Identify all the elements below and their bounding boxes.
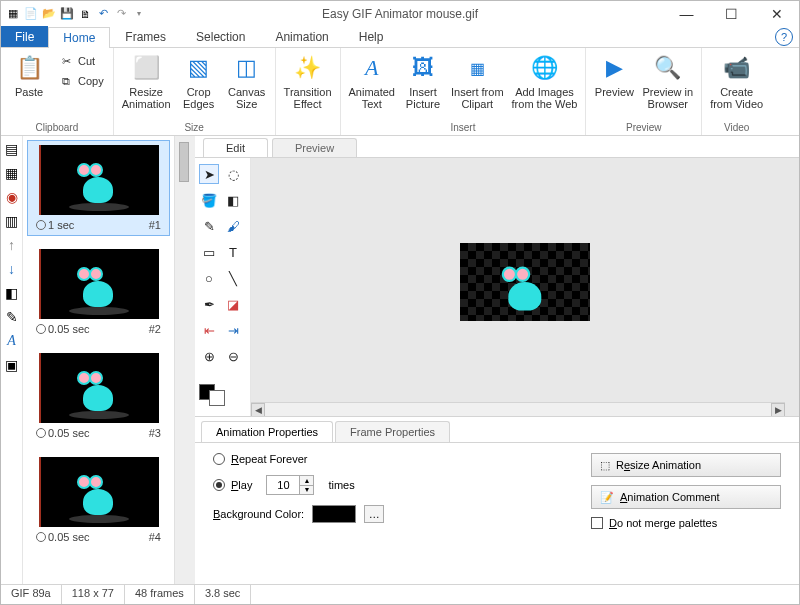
redo-icon[interactable]: ↷	[113, 6, 129, 22]
text-a-icon[interactable]: A	[3, 332, 21, 350]
insert-picture-button[interactable]: 🖼Insert Picture	[399, 50, 447, 112]
repeat-forever-radio[interactable]: RRepeat Foreverepeat Forever	[213, 453, 591, 465]
minimize-button[interactable]: —	[664, 1, 709, 26]
line-tool-icon[interactable]: ╲	[223, 268, 243, 288]
editor-tab-preview[interactable]: Preview	[272, 138, 357, 157]
text-tool-icon[interactable]: T	[223, 242, 243, 262]
frames-panel: 1 sec#1 0.05 sec#2 0.05 sec#3 0.05 sec#4	[23, 136, 175, 586]
undo-icon[interactable]: ↶	[95, 6, 111, 22]
group-preview: ▶Preview 🔍Preview in Browser Preview	[586, 48, 702, 135]
frame-item[interactable]: 0.05 sec#3	[27, 348, 170, 444]
app-icon[interactable]: ▦	[5, 6, 21, 22]
new-icon[interactable]: 📄	[23, 6, 39, 22]
maximize-button[interactable]: ☐	[709, 1, 754, 26]
merge-palettes-checkbox[interactable]: Do not merge palettes	[591, 517, 781, 529]
canvas-hscroll[interactable]: ◀▶	[251, 402, 785, 416]
preview-button[interactable]: ▶Preview	[590, 50, 638, 100]
help-icon[interactable]: ?	[775, 28, 793, 46]
copy-icon: ⧉	[58, 73, 74, 89]
bucket-tool-icon[interactable]: 🪣	[199, 190, 219, 210]
clock-icon	[36, 532, 46, 542]
tool-f-icon[interactable]: ▣	[3, 356, 21, 374]
brush-tool-icon[interactable]: 🖌	[223, 216, 243, 236]
animation-comment-button[interactable]: 📝Animation Comment	[591, 485, 781, 509]
copy-button[interactable]: ⧉Copy	[56, 72, 106, 90]
flip-v-icon[interactable]: ⇥	[223, 320, 243, 340]
play-count-spinner[interactable]: ▲▼	[266, 475, 314, 495]
status-dimensions: 118 x 77	[62, 585, 125, 604]
group-label: Video	[706, 120, 767, 135]
resize-animation-panel-button[interactable]: ⬚Resize Animation	[591, 453, 781, 477]
tab-selection[interactable]: Selection	[181, 26, 260, 47]
create-from-video-button[interactable]: 📹Create from Video	[706, 50, 767, 112]
pencil-tool-icon[interactable]: ✎	[199, 216, 219, 236]
eyedropper-tool-icon[interactable]: ✒	[199, 294, 219, 314]
open-icon[interactable]: 📂	[41, 6, 57, 22]
insert-clipart-button[interactable]: ▦Insert from Clipart	[447, 50, 508, 112]
group-insert: AAnimated Text 🖼Insert Picture ▦Insert f…	[341, 48, 587, 135]
resize-animation-button[interactable]: ⬜Resize Animation	[118, 50, 175, 112]
tool-d-icon[interactable]: ▥	[3, 212, 21, 230]
status-bar: GIF 89a 118 x 77 48 frames 3.8 sec	[1, 584, 799, 604]
group-video: 📹Create from Video Video	[702, 48, 771, 135]
tab-home[interactable]: Home	[48, 27, 110, 48]
file-menu[interactable]: File	[1, 26, 48, 47]
frames-scrollbar[interactable]	[175, 136, 195, 586]
zoom-in-icon[interactable]: ⊕	[199, 346, 219, 366]
bg-label: Background Color:	[213, 508, 304, 520]
comment-icon: 📝	[600, 491, 614, 504]
canvas[interactable]: ◀▶	[251, 158, 799, 416]
titlebar: ▦ 📄 📂 💾 🗎 ↶ ↷ ▾ Easy GIF Animator mouse.…	[1, 1, 799, 26]
save-icon[interactable]: 💾	[59, 6, 75, 22]
gradient-tool-icon[interactable]: ◧	[223, 190, 243, 210]
color-swatches[interactable]	[199, 380, 246, 410]
wand-icon[interactable]: ✎	[3, 308, 21, 326]
circle-tool-icon[interactable]: ○	[199, 268, 219, 288]
arrow-up-icon[interactable]: ↑	[3, 236, 21, 254]
play-count-input[interactable]	[267, 476, 299, 494]
frame-item[interactable]: 0.05 sec#2	[27, 244, 170, 340]
transition-button[interactable]: ✨Transition Effect	[280, 50, 336, 112]
tab-frame-props[interactable]: Frame Properties	[335, 421, 450, 442]
paste-button[interactable]: 📋Paste	[5, 50, 53, 100]
eraser-tool-icon[interactable]: ◪	[223, 294, 243, 314]
flip-h-icon[interactable]: ⇤	[199, 320, 219, 340]
close-button[interactable]: ✕	[754, 1, 799, 26]
zoom-out-icon[interactable]: ⊖	[223, 346, 243, 366]
group-label: Insert	[345, 120, 582, 135]
tab-frames[interactable]: Frames	[110, 26, 181, 47]
group-transition: ✨Transition Effect	[276, 48, 341, 135]
pointer-tool-icon[interactable]: ➤	[199, 164, 219, 184]
qat-more-icon[interactable]: ▾	[131, 6, 147, 22]
spin-down-icon[interactable]: ▼	[299, 486, 313, 495]
marquee-tool-icon[interactable]: ◌	[223, 164, 243, 184]
frame-item[interactable]: 0.05 sec#4	[27, 452, 170, 548]
status-duration: 3.8 sec	[195, 585, 251, 604]
play-radio[interactable]: Play	[213, 479, 252, 491]
tool-e-icon[interactable]: ◧	[3, 284, 21, 302]
bg-color-picker-button[interactable]: …	[364, 505, 384, 523]
frame-item[interactable]: 1 sec#1	[27, 140, 170, 236]
tool-b-icon[interactable]: ▦	[3, 164, 21, 182]
quick-access: ▦ 📄 📂 💾 🗎 ↶ ↷ ▾	[1, 6, 147, 22]
tab-animation[interactable]: Animation	[260, 26, 343, 47]
editor-tab-edit[interactable]: Edit	[203, 138, 268, 157]
canvas-size-button[interactable]: ◫Canvas Size	[223, 50, 271, 112]
add-web-images-button[interactable]: 🌐Add Images from the Web	[508, 50, 582, 112]
animated-text-button[interactable]: AAnimated Text	[345, 50, 399, 112]
group-label: Clipboard	[5, 120, 109, 135]
tab-help[interactable]: Help	[344, 26, 399, 47]
clock-icon	[36, 220, 46, 230]
rect-tool-icon[interactable]: ▭	[199, 242, 219, 262]
tool-a-icon[interactable]: ▤	[3, 140, 21, 158]
cut-button[interactable]: ✂Cut	[56, 52, 106, 70]
group-label	[280, 131, 336, 135]
spin-up-icon[interactable]: ▲	[299, 476, 313, 486]
crop-edges-button[interactable]: ▧Crop Edges	[175, 50, 223, 112]
tab-animation-props[interactable]: Animation Properties	[201, 421, 333, 442]
preview-browser-button[interactable]: 🔍Preview in Browser	[638, 50, 697, 112]
tool-c-icon[interactable]: ◉	[3, 188, 21, 206]
arrow-down-icon[interactable]: ↓	[3, 260, 21, 278]
bg-color-swatch[interactable]	[312, 505, 356, 523]
saveas-icon[interactable]: 🗎	[77, 6, 93, 22]
